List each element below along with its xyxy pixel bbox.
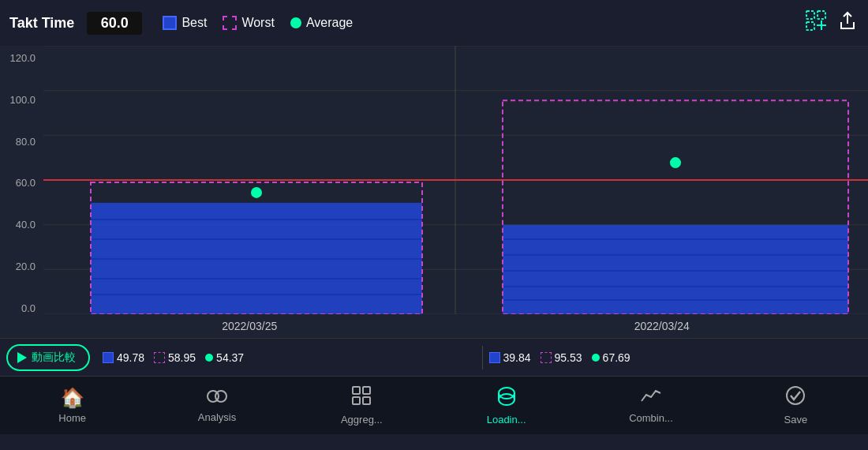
nav-combin-label: Combin... bbox=[629, 412, 673, 424]
worst-val-2: 95.53 bbox=[555, 351, 582, 364]
header: Takt Time 60.0 Best Worst Average bbox=[0, 0, 868, 46]
avg-value-2: 67.69 bbox=[592, 351, 630, 364]
avg-icon-2 bbox=[592, 354, 600, 362]
worst-val-1: 58.95 bbox=[168, 351, 196, 364]
avg-value-1: 54.37 bbox=[205, 351, 244, 364]
legend: Best Worst Average bbox=[163, 16, 353, 30]
save-icon bbox=[785, 385, 806, 411]
takt-time-value: 60.0 bbox=[87, 12, 142, 35]
y-label-120: 120.0 bbox=[3, 52, 40, 64]
nav-combin[interactable]: Combin... bbox=[578, 377, 723, 434]
loading-icon bbox=[496, 385, 518, 411]
header-actions bbox=[805, 9, 859, 36]
avg-val-2: 67.69 bbox=[603, 351, 630, 364]
data-group-1: 49.78 58.95 54.37 bbox=[103, 351, 476, 364]
worst-label: Worst bbox=[241, 16, 274, 30]
nav-analysis-label: Analysis bbox=[198, 411, 236, 423]
x-label-2: 2022/03/24 bbox=[456, 314, 869, 338]
y-axis: 120.0 100.0 80.0 60.0 40.0 20.0 0.0 bbox=[0, 46, 43, 338]
best-val-2: 39.84 bbox=[503, 351, 531, 364]
chart-svg bbox=[43, 46, 868, 314]
nav-loading[interactable]: Loadin... bbox=[434, 377, 578, 434]
avg-dot-2 bbox=[670, 157, 681, 168]
best-label: Best bbox=[181, 16, 207, 30]
best-icon-1 bbox=[103, 352, 114, 363]
export-button[interactable] bbox=[836, 9, 859, 36]
worst-value-2: 95.53 bbox=[541, 351, 582, 364]
takt-time-label: Takt Time bbox=[9, 15, 74, 32]
svg-rect-1 bbox=[817, 11, 825, 19]
y-label-0: 0.0 bbox=[3, 302, 40, 314]
nav-analysis[interactable]: Analysis bbox=[144, 377, 289, 434]
aggreg-icon bbox=[351, 385, 372, 411]
nav-home[interactable]: 🏠 Home bbox=[0, 377, 144, 434]
best-bar-2 bbox=[503, 225, 848, 314]
nav-save-label: Save bbox=[784, 414, 807, 426]
avg-icon-1 bbox=[205, 354, 213, 362]
average-icon bbox=[290, 17, 301, 28]
legend-worst: Worst bbox=[223, 16, 274, 30]
data-group-2: 39.84 95.53 67.69 bbox=[489, 351, 862, 364]
svg-rect-26 bbox=[353, 387, 360, 394]
svg-rect-0 bbox=[806, 11, 814, 19]
play-icon bbox=[17, 352, 27, 363]
analysis-icon bbox=[206, 388, 228, 408]
svg-rect-28 bbox=[353, 397, 360, 404]
avg-dot-1 bbox=[251, 187, 262, 198]
best-value-1: 49.78 bbox=[103, 351, 144, 364]
svg-point-25 bbox=[215, 391, 226, 402]
nav-home-label: Home bbox=[58, 412, 86, 424]
svg-rect-29 bbox=[363, 397, 370, 404]
worst-value-1: 58.95 bbox=[154, 351, 196, 364]
average-label: Average bbox=[306, 16, 353, 30]
home-icon: 🏠 bbox=[61, 387, 84, 409]
chart-area: 120.0 100.0 80.0 60.0 40.0 20.0 0.0 bbox=[0, 46, 868, 338]
avg-val-1: 54.37 bbox=[216, 351, 244, 364]
y-label-80: 80.0 bbox=[3, 136, 40, 148]
legend-best: Best bbox=[163, 16, 207, 30]
bottom-nav: 🏠 Home Analysis Aggreg... bbox=[0, 376, 868, 434]
y-label-20: 20.0 bbox=[3, 261, 40, 272]
nav-aggreg[interactable]: Aggreg... bbox=[290, 377, 434, 434]
best-icon bbox=[163, 16, 177, 30]
x-axis-labels: 2022/03/25 2022/03/24 bbox=[43, 314, 868, 338]
nav-aggreg-label: Aggreg... bbox=[341, 414, 383, 426]
y-label-100: 100.0 bbox=[3, 94, 40, 106]
nav-loading-label: Loadin... bbox=[487, 414, 526, 426]
x-label-1: 2022/03/25 bbox=[43, 314, 456, 338]
data-row: 動画比較 49.78 58.95 54.37 39.84 95.53 67.69 bbox=[0, 338, 868, 376]
worst-icon-1 bbox=[154, 352, 165, 363]
best-val-1: 49.78 bbox=[117, 351, 144, 364]
legend-average: Average bbox=[290, 16, 353, 30]
worst-icon bbox=[223, 16, 237, 30]
data-separator bbox=[482, 346, 483, 369]
svg-rect-27 bbox=[363, 387, 370, 394]
svg-point-34 bbox=[787, 387, 804, 404]
add-widget-button[interactable] bbox=[805, 9, 827, 36]
chart-svg-container bbox=[43, 46, 868, 314]
y-label-60: 60.0 bbox=[3, 177, 40, 189]
best-icon-2 bbox=[489, 352, 500, 363]
video-compare-button[interactable]: 動画比較 bbox=[6, 344, 90, 371]
y-label-40: 40.0 bbox=[3, 219, 40, 231]
combin-icon bbox=[640, 387, 662, 409]
nav-save[interactable]: Save bbox=[724, 377, 868, 434]
best-value-2: 39.84 bbox=[489, 351, 531, 364]
worst-icon-2 bbox=[541, 352, 552, 363]
svg-rect-2 bbox=[806, 22, 814, 30]
video-compare-label: 動画比較 bbox=[32, 351, 76, 365]
